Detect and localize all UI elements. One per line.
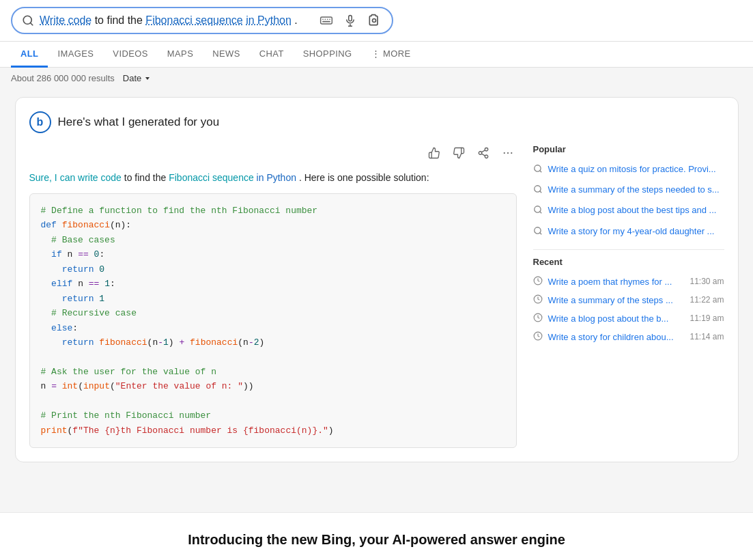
svg-line-16 [481, 150, 485, 152]
svg-point-20 [534, 165, 540, 171]
ai-intro-text: Sure, I can write code to find the Fibon… [29, 171, 517, 185]
svg-point-22 [534, 186, 540, 192]
svg-point-18 [507, 152, 508, 154]
search-icon [533, 205, 543, 218]
clock-icon [533, 331, 543, 343]
recent-section-title: Recent [533, 257, 724, 267]
svg-line-1 [30, 23, 32, 25]
tab-all[interactable]: ALL [11, 42, 48, 68]
svg-rect-8 [349, 16, 352, 21]
ai-response: Sure, I can write code to find the Fibon… [29, 144, 517, 448]
date-filter[interactable]: Date [123, 73, 151, 83]
search-action-icons [318, 12, 382, 29]
recent-item-3[interactable]: Write a story for children abou... 11:14… [533, 328, 724, 346]
thumbs-up-button[interactable] [425, 144, 443, 164]
ai-sidebar: Popular Write a quiz on mitosis for prac… [533, 144, 724, 448]
search-icon [533, 184, 543, 197]
promo-section: Introducing the new Bing, your AI-powere… [0, 512, 753, 560]
recent-item-2[interactable]: Write a blog post about the b... 11:19 a… [533, 309, 724, 328]
svg-line-27 [539, 232, 541, 234]
clock-icon [533, 294, 543, 306]
tab-maps[interactable]: MAPS [158, 42, 203, 68]
search-icon [533, 164, 543, 177]
popular-section-title: Popular [533, 144, 724, 154]
nav-tabs: ALL IMAGES VIDEOS MAPS NEWS CHAT SHOPPIN… [0, 42, 753, 68]
tab-shopping[interactable]: SHOPPING [294, 42, 362, 68]
ai-card-header: b Here's what I generated for you [29, 111, 724, 133]
ai-actions [29, 144, 517, 164]
clock-icon [533, 276, 543, 288]
popular-item-1[interactable]: Write a summary of the steps needed to s… [533, 180, 724, 201]
tab-more[interactable]: ⋮ MORE [362, 42, 421, 68]
main-content: b Here's what I generated for you [0, 89, 753, 512]
results-count: About 286 000 000 results [11, 73, 115, 83]
search-icon [22, 14, 34, 27]
tab-videos[interactable]: VIDEOS [103, 42, 157, 68]
svg-point-11 [373, 19, 376, 23]
bing-logo: b [29, 111, 51, 133]
camera-icon[interactable] [366, 12, 382, 29]
sidebar-divider [533, 249, 724, 250]
ai-card: b Here's what I generated for you [15, 97, 739, 462]
ai-card-body: Sure, I can write code to find the Fibon… [29, 144, 724, 448]
popular-item-3[interactable]: Write a story for my 4-year-old daughter… [533, 222, 724, 242]
tab-news[interactable]: NEWS [203, 42, 250, 68]
svg-point-19 [511, 152, 512, 154]
search-icon [533, 226, 543, 239]
header: Write code to find the Fibonacci sequenc… [0, 0, 753, 42]
recent-item-0[interactable]: Write a poem that rhymes for ... 11:30 a… [533, 272, 724, 291]
svg-rect-2 [321, 17, 332, 24]
microphone-icon[interactable] [343, 12, 358, 29]
chevron-down-icon [144, 75, 151, 82]
thumbs-down-button[interactable] [450, 144, 468, 164]
code-block: # Define a function to find the nth Fibo… [29, 193, 517, 448]
share-button[interactable] [474, 144, 492, 164]
search-bar[interactable]: Write code to find the Fibonacci sequenc… [11, 7, 393, 34]
popular-item-2[interactable]: Write a blog post about the best tips an… [533, 201, 724, 221]
svg-point-17 [503, 152, 505, 154]
svg-point-24 [534, 206, 540, 212]
svg-line-23 [539, 191, 541, 193]
tab-chat[interactable]: CHAT [250, 42, 294, 68]
svg-point-12 [485, 148, 488, 152]
svg-point-26 [534, 227, 540, 233]
promo-title: Introducing the new Bing, your AI-powere… [11, 532, 742, 548]
results-info: About 286 000 000 results Date [0, 68, 753, 89]
more-options-button[interactable] [499, 144, 517, 164]
clock-icon [533, 313, 543, 324]
ai-card-title: Here's what I generated for you [58, 115, 220, 129]
svg-line-25 [539, 212, 541, 214]
keyboard-icon[interactable] [318, 12, 335, 29]
svg-point-14 [485, 155, 488, 158]
svg-line-21 [539, 171, 541, 173]
search-query-text: Write code to find the Fibonacci sequenc… [40, 14, 313, 27]
svg-point-13 [479, 152, 482, 155]
tab-images[interactable]: IMAGES [48, 42, 103, 68]
popular-item-0[interactable]: Write a quiz on mitosis for practice. Pr… [533, 160, 724, 180]
svg-line-15 [481, 154, 485, 156]
recent-item-1[interactable]: Write a summary of the steps ... 11:22 a… [533, 291, 724, 309]
